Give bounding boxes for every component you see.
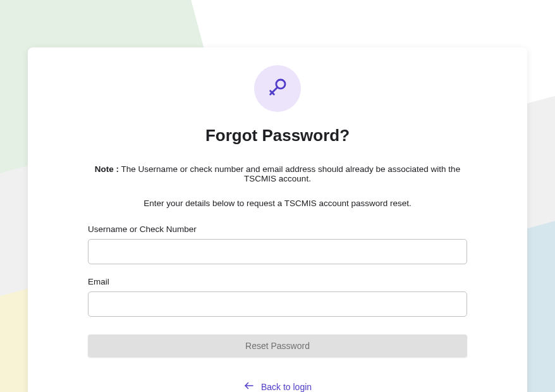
reset-password-button[interactable]: Reset Password [88,334,467,357]
username-group: Username or Check Number [85,224,470,264]
back-to-login-label: Back to login [261,382,312,392]
username-input[interactable] [88,239,467,264]
back-to-login-link[interactable]: Back to login [243,380,312,392]
key-icon [267,77,288,101]
email-field[interactable] [88,291,467,317]
username-label: Username or Check Number [88,224,467,234]
arrow-left-icon [243,380,255,392]
instructions-text: Enter your details below to request a TS… [85,199,470,208]
note-body: The Username or check number and email a… [119,164,460,183]
note-text: Note : The Username or check number and … [85,164,470,183]
email-group: Email [85,277,470,317]
page-title: Forgot Password? [85,126,470,145]
note-label: Note : [95,164,119,174]
key-icon-container [254,65,301,112]
forgot-password-card: Forgot Password? Note : The Username or … [28,47,527,392]
email-label: Email [88,277,467,286]
